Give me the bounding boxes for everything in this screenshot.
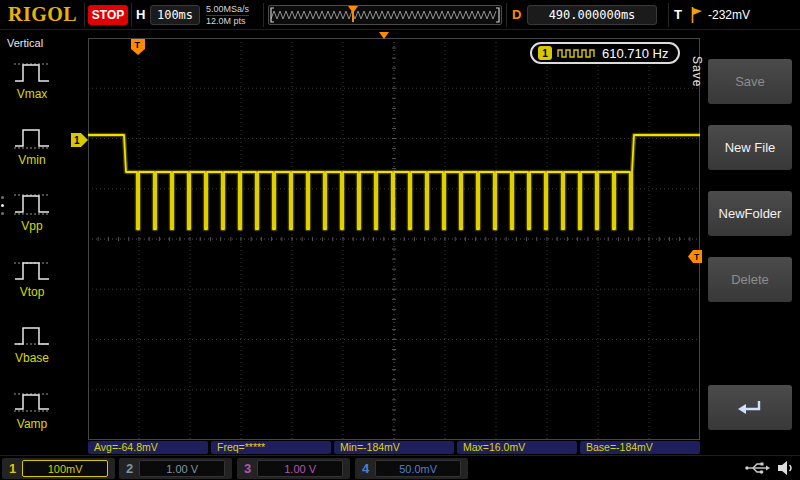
- menu-item-vtop[interactable]: Vtop: [3, 256, 61, 299]
- vmax-icon: [12, 58, 52, 86]
- vmin-icon: [12, 124, 52, 152]
- freq-counter: 1 610.710 Hz: [530, 42, 680, 64]
- oscilloscope-ui: RIGOL STOP H 100ms 5.00MSa/s 12.0M pts D…: [0, 0, 800, 480]
- menu-item-label: Vbase: [15, 351, 49, 365]
- trigger-label: T: [674, 7, 682, 22]
- channel-scale: 1.00 V: [139, 460, 225, 477]
- menu-item-vmin[interactable]: Vmin: [3, 124, 61, 167]
- separator: [263, 3, 264, 27]
- run-state-badge[interactable]: STOP: [88, 5, 128, 25]
- delay-position-indicator: [379, 32, 389, 39]
- channel-scale: 100mV: [22, 460, 108, 477]
- sample-rate: 5.00MSa/s: [206, 4, 249, 16]
- menu-item-label: Vamp: [17, 417, 47, 431]
- measurement-min: Min=-184mV: [334, 441, 454, 454]
- back-button[interactable]: [708, 385, 792, 430]
- horizontal-label: H: [136, 7, 145, 22]
- channel-number: 3: [244, 461, 251, 476]
- measurement-avg: Avg=-64.8mV: [88, 441, 208, 454]
- channel-marker-label: 1: [74, 135, 80, 146]
- menu-item-label: Vmin: [18, 153, 45, 167]
- freq-counter-channel-badge: 1: [538, 46, 552, 60]
- menu-item-vpp[interactable]: Vpp: [3, 190, 61, 233]
- menu-page-indicator: [1, 196, 4, 215]
- waveform-preview-strip: [268, 5, 502, 25]
- vbase-icon: [12, 322, 52, 350]
- channel3-status[interactable]: 3 1.00 V: [237, 458, 350, 479]
- save-button[interactable]: Save: [708, 59, 792, 104]
- pulse-train-icon: [557, 47, 597, 59]
- delay-value: 490.000000ms: [527, 5, 657, 25]
- usb-icon: [744, 460, 770, 476]
- separator: [506, 3, 507, 27]
- separator: [84, 3, 85, 27]
- trigger-level-label: T: [694, 252, 700, 262]
- acquisition-info: 5.00MSa/s 12.0M pts: [206, 4, 249, 27]
- right-menu-tab: Save: [690, 56, 704, 87]
- trigger-level-value: -232mV: [708, 8, 750, 22]
- channel4-status[interactable]: 4 50.0mV: [355, 458, 468, 479]
- graticule-and-waveform: [88, 38, 700, 440]
- channel-number: 1: [9, 461, 16, 476]
- vamp-icon: [12, 388, 52, 416]
- brand-logo: RIGOL: [8, 3, 77, 26]
- delete-button[interactable]: Delete: [708, 257, 792, 302]
- channel-scale: 50.0mV: [375, 460, 461, 477]
- menu-item-vmax[interactable]: Vmax: [3, 58, 61, 101]
- new-folder-button[interactable]: NewFolder: [708, 191, 792, 236]
- bottom-bar: 1 100mV 2 1.00 V 3 1.00 V 4 50.0mV: [0, 455, 800, 480]
- menu-item-label: Vmax: [17, 87, 48, 101]
- channel1-ground-marker[interactable]: 1: [71, 133, 88, 147]
- channel-scale: 1.00 V: [257, 460, 343, 477]
- delay-label: D: [512, 7, 521, 22]
- separator: [131, 3, 132, 27]
- separator: [668, 3, 669, 27]
- menu-item-label: Vtop: [20, 285, 45, 299]
- menu-item-vbase[interactable]: Vbase: [3, 322, 61, 365]
- measurement-max: Max=16.0mV: [457, 441, 577, 454]
- top-bar: RIGOL STOP H 100ms 5.00MSa/s 12.0M pts D…: [0, 0, 800, 30]
- new-file-button[interactable]: New File: [708, 125, 792, 170]
- channel-number: 4: [362, 461, 369, 476]
- return-arrow-icon: [735, 397, 765, 419]
- measurement-freq: Freq=*****: [211, 441, 331, 454]
- vpp-icon: [12, 190, 52, 218]
- menu-item-vamp[interactable]: Vamp: [3, 388, 61, 431]
- measurement-base: Base=-184mV: [580, 441, 700, 454]
- menu-item-label: Vpp: [21, 219, 42, 233]
- trigger-position-label: T: [135, 40, 141, 50]
- channel1-status[interactable]: 1 100mV: [2, 458, 115, 479]
- freq-counter-value: 610.710 Hz: [602, 46, 669, 61]
- channel-number: 2: [126, 461, 133, 476]
- speaker-icon: [776, 459, 796, 477]
- channel2-status[interactable]: 2 1.00 V: [119, 458, 232, 479]
- timebase-value: 100ms: [150, 5, 200, 25]
- memory-depth: 12.0M pts: [206, 16, 249, 27]
- left-menu-title: Vertical: [7, 37, 43, 49]
- preview-waveform-icon: [269, 6, 501, 24]
- trigger-level-marker[interactable]: T: [688, 250, 702, 263]
- trigger-source-flag-icon: [690, 6, 703, 24]
- trigger-position-marker[interactable]: T: [131, 39, 145, 56]
- vtop-icon: [12, 256, 52, 284]
